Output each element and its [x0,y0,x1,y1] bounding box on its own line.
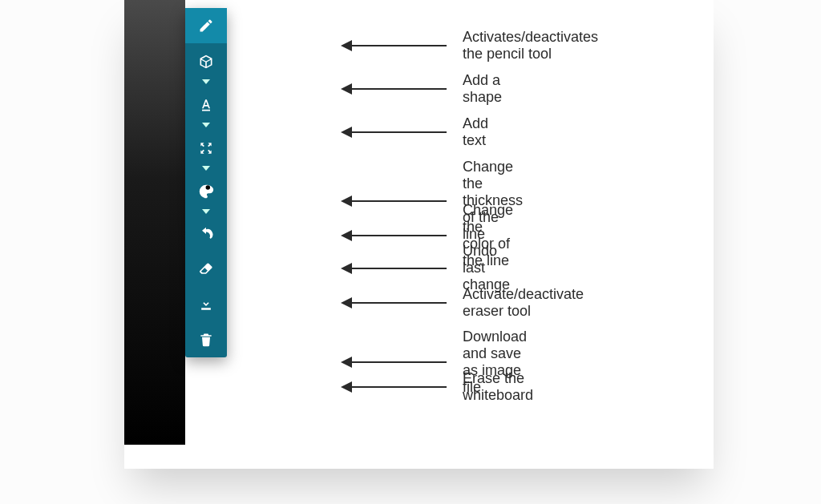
annotation-text: Activates/deactivates the pencil tool [463,29,598,62]
annotation-row: Activate/deactivate eraser tool [341,286,584,320]
pencil-tool-button[interactable] [185,8,227,43]
svg-point-0 [206,185,211,190]
app-background-strip [124,0,185,445]
chevron-down-icon [202,79,210,84]
documentation-card: Activates/deactivates the pencil toolAdd… [124,0,714,469]
chevron-down-icon [202,209,210,214]
annotation-row: Add text [341,115,488,149]
download-icon [198,296,214,312]
color-tool-button[interactable] [185,173,227,216]
chevron-down-icon [202,166,210,171]
arrow-icon [341,354,447,370]
cube-icon [198,54,214,70]
download-button[interactable] [185,287,227,322]
annotation-row: Activates/deactivates the pencil tool [341,29,598,62]
pencil-icon [198,18,214,34]
thickness-tool-button[interactable] [185,130,227,173]
shape-tool-button[interactable] [185,43,227,87]
undo-icon [198,226,214,242]
eraser-icon [198,261,214,277]
arrow-icon [341,228,447,244]
text-icon [198,97,214,113]
arrow-icon [341,260,447,276]
arrow-icon [341,379,447,395]
trash-icon [198,332,214,348]
annotation-text: Add text [463,115,488,149]
undo-button[interactable] [185,216,227,252]
expand-icon [198,140,214,156]
annotation-row: Add a shape [341,72,502,106]
annotation-row: Erase the whiteboard [341,370,533,404]
arrow-icon [341,81,447,97]
clear-button[interactable] [185,322,227,357]
arrow-icon [341,38,447,54]
whiteboard-toolbar [185,8,227,357]
arrow-icon [341,124,447,140]
palette-icon [197,183,215,200]
annotation-text: Activate/deactivate eraser tool [463,286,584,320]
chevron-down-icon [202,123,210,127]
annotation-text: Add a shape [463,72,502,106]
text-tool-button[interactable] [185,87,227,130]
annotation-text: Erase the whiteboard [463,370,533,404]
eraser-tool-button[interactable] [185,252,227,287]
arrow-icon [341,295,447,311]
